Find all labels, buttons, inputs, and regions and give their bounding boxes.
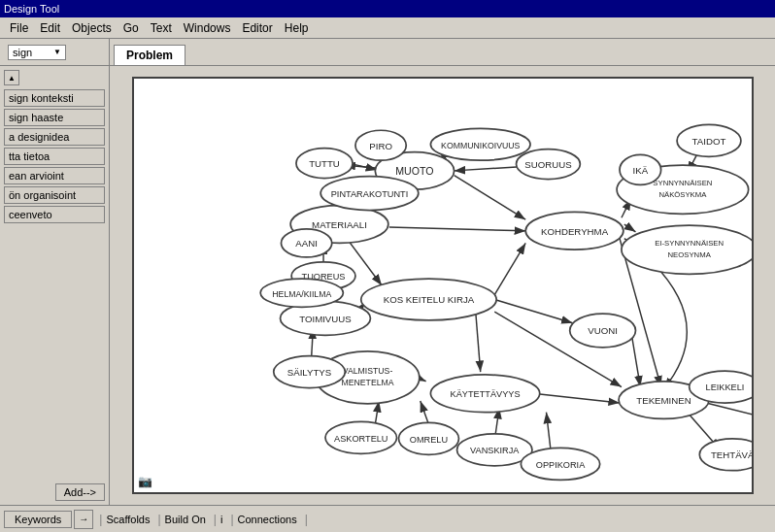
sidebar-item-5[interactable]: ön organisoint	[4, 186, 105, 204]
build-on-label: Build On	[165, 514, 206, 525]
svg-line-17	[475, 314, 480, 372]
svg-line-12	[388, 227, 524, 231]
svg-line-22	[375, 401, 379, 424]
bottom-divider-3: |	[214, 513, 217, 526]
svg-text:SYNNYNNÄISEN: SYNNYNNÄISEN	[653, 179, 712, 187]
svg-line-23	[420, 401, 428, 424]
svg-text:TEKEMINEN: TEKEMINEN	[636, 395, 691, 406]
sidebar-item-3[interactable]: tta tietoa	[4, 148, 105, 165]
menu-windows[interactable]: Windows	[178, 19, 237, 37]
bottom-divider-4: |	[230, 513, 233, 526]
menu-file[interactable]: File	[4, 19, 34, 37]
tab-problem[interactable]: Problem	[114, 45, 185, 65]
menu-bar: File Edit Objects Go Text Windows Editor…	[0, 17, 775, 39]
menu-text[interactable]: Text	[145, 19, 178, 37]
bottom-bar: Keywords → | Scaffolds | Build On | i | …	[0, 505, 775, 532]
sidebar-item-2[interactable]: a designidea	[4, 128, 105, 146]
svg-line-27	[623, 224, 635, 232]
svg-text:MENETELMA: MENETELMA	[341, 378, 393, 387]
svg-text:SUORUUS: SUORUUS	[524, 159, 571, 170]
dropdown-arrow-icon: ▼	[53, 48, 61, 56]
svg-text:NÄKÖSYKMA: NÄKÖSYKMA	[658, 190, 707, 199]
menu-help[interactable]: Help	[279, 19, 315, 37]
svg-text:KOHDERYHMA: KOHDERYHMA	[540, 226, 608, 237]
svg-text:VUONI: VUONI	[588, 325, 618, 336]
sidebar-item-1[interactable]: sign haaste	[4, 109, 105, 126]
svg-text:MATERIAALI: MATERIAALI	[312, 219, 367, 230]
svg-text:VANSKIRJA: VANSKIRJA	[470, 446, 520, 455]
menu-edit[interactable]: Edit	[34, 19, 66, 37]
bottom-divider-1: |	[99, 513, 102, 526]
svg-text:AANI: AANI	[295, 238, 318, 249]
diagram-svg: MUOTO MATERIAALI KOHDERYHMA KOS KEITELU …	[134, 79, 752, 492]
svg-text:OPPIKORIA: OPPIKORIA	[535, 460, 585, 470]
svg-text:NEOSYNMA: NEOSYNMA	[667, 250, 711, 259]
svg-line-35	[706, 403, 752, 418]
svg-text:TAIDOT: TAIDOT	[691, 136, 725, 147]
svg-text:VALMISTUS-: VALMISTUS-	[342, 366, 392, 376]
title-bar: Design Tool	[0, 0, 775, 17]
dropdown-value: sign	[13, 47, 32, 58]
svg-text:TUTTU: TUTTU	[309, 158, 340, 169]
svg-text:TOIMIVUUS: TOIMIVUUS	[299, 314, 352, 324]
svg-line-26	[546, 413, 551, 453]
svg-text:ASKORTELU: ASKORTELU	[334, 434, 388, 444]
add-button[interactable]: Add-->	[55, 483, 105, 501]
menu-objects[interactable]: Objects	[66, 19, 118, 37]
sidebar-header: ▲	[4, 70, 105, 85]
svg-text:OMRELU: OMRELU	[409, 435, 447, 445]
sidebar-footer: Add-->	[4, 483, 105, 501]
svg-text:TEHTÄVÄ: TEHTÄVÄ	[710, 449, 751, 460]
svg-text:KÄYTETTÄVYYS: KÄYTETTÄVYYS	[450, 389, 520, 399]
svg-text:KOS KEITELU KIRJA: KOS KEITELU KIRJA	[383, 294, 474, 305]
svg-line-20	[494, 300, 572, 323]
keywords-tab[interactable]: Keywords	[4, 511, 72, 528]
design-dropdown[interactable]: sign ▼	[8, 45, 66, 60]
sidebar-item-4[interactable]: ean arvioint	[4, 167, 105, 184]
svg-line-7	[454, 176, 525, 220]
camera-icon[interactable]: 📷	[138, 475, 152, 488]
svg-text:MUOTO: MUOTO	[395, 165, 433, 177]
svg-line-24	[532, 393, 619, 403]
svg-text:PIRO: PIRO	[369, 141, 392, 151]
svg-text:LEIKKELI: LEIKKELI	[705, 382, 744, 392]
svg-text:IKÄ: IKÄ	[632, 165, 648, 176]
title-text: Design Tool	[4, 3, 59, 15]
svg-text:PINTARAKOTUNTI: PINTARAKOTUNTI	[330, 189, 407, 199]
diagram-canvas: 📷	[132, 77, 754, 494]
svg-line-19	[494, 243, 525, 294]
content-area: 📷	[110, 66, 775, 505]
bottom-arrow-icon[interactable]: →	[74, 510, 93, 529]
sidebar-scroll-up[interactable]: ▲	[4, 70, 19, 85]
menu-editor[interactable]: Editor	[236, 19, 278, 37]
bottom-divider-2: |	[157, 513, 160, 526]
connections-label: Connections	[238, 514, 297, 525]
svg-text:EI-SYNNYNNÄISEN: EI-SYNNYNNÄISEN	[655, 239, 724, 248]
info-label: i	[220, 514, 222, 525]
sidebar: ▲ sign konteksti sign haaste a designide…	[0, 66, 110, 505]
sidebar-item-6[interactable]: ceenveto	[4, 206, 105, 223]
svg-text:HELMA/KIILMA: HELMA/KIILMA	[272, 289, 331, 299]
svg-text:KOMMUNIKOIVUUS: KOMMUNIKOIVUUS	[441, 141, 520, 150]
scaffolds-label: Scaffolds	[106, 514, 150, 525]
sidebar-item-0[interactable]: sign konteksti	[4, 89, 105, 107]
bottom-divider-5: |	[305, 513, 308, 526]
svg-text:SÄILYTYS: SÄILYTYS	[286, 367, 331, 378]
menu-go[interactable]: Go	[118, 19, 145, 37]
